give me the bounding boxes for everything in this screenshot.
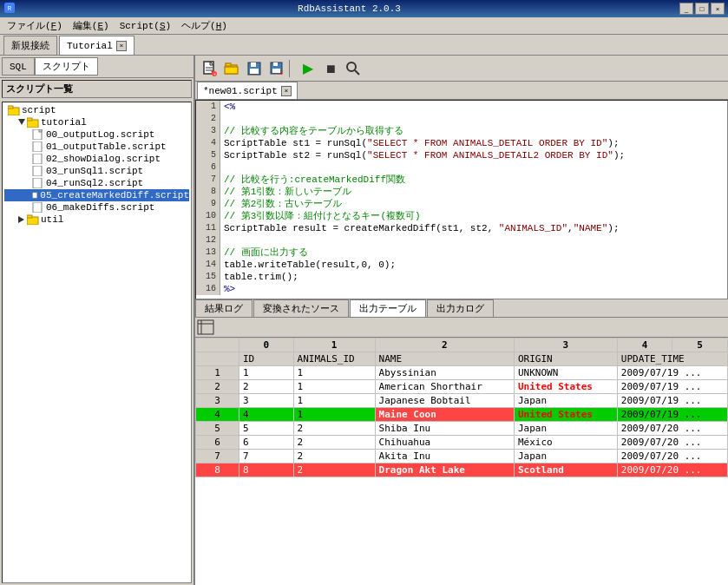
code-line-13: 13 // 画面に出力する bbox=[196, 246, 727, 259]
script-tab-bar: *new01.script × bbox=[195, 82, 728, 100]
tree-item-0[interactable]: 00_outputLog.script bbox=[4, 128, 189, 141]
new-button[interactable]: + bbox=[199, 58, 220, 79]
code-line-11: 11 ScriptTable result = createMarkedDiff… bbox=[196, 222, 727, 234]
tab-results-log[interactable]: 結果ログ bbox=[195, 299, 253, 317]
saveas-button[interactable]: + bbox=[266, 58, 287, 79]
file-04: 04_runSql2.script bbox=[46, 178, 143, 188]
run-button[interactable]: ▶ bbox=[298, 58, 318, 79]
table-row: 8 8 2 Dragon Akt Lake Scotland 2009/07/2… bbox=[196, 463, 728, 477]
menu-file[interactable]: ファイル(F) bbox=[2, 17, 68, 34]
right-panel: + + ▶ ⏹ *new01.script × bbox=[195, 56, 728, 585]
tree-item-5[interactable]: 05_createMarkedDiff.script bbox=[4, 189, 189, 201]
menu-help[interactable]: ヘルプ(H) bbox=[176, 17, 233, 34]
code-line-1: 1 <% bbox=[196, 101, 727, 113]
window-controls[interactable]: _ □ × bbox=[679, 3, 725, 15]
tree-item-4[interactable]: 04_runSql2.script bbox=[4, 177, 189, 189]
open-button[interactable] bbox=[221, 58, 242, 79]
file-icon bbox=[32, 190, 38, 200]
col-2: 2 bbox=[375, 339, 514, 352]
saveas-icon: + bbox=[269, 61, 285, 76]
script-tree: script tutorial 00_outputLog.script 01_o… bbox=[2, 102, 192, 583]
col-row-num bbox=[196, 339, 239, 352]
col-3: 3 bbox=[514, 339, 617, 352]
code-line-15: 15 table.trim(); bbox=[196, 271, 727, 283]
save-button[interactable] bbox=[244, 58, 265, 79]
svg-text:R: R bbox=[8, 4, 12, 12]
code-line-2: 2 bbox=[196, 113, 727, 125]
file-icon bbox=[32, 166, 44, 176]
tab-new-connection[interactable]: 新規接続 bbox=[3, 36, 57, 55]
script-tab-close[interactable]: × bbox=[281, 86, 292, 96]
svg-rect-14 bbox=[33, 193, 37, 198]
script-tab-label: *new01.script bbox=[203, 86, 278, 96]
collapse-icon bbox=[18, 216, 25, 223]
svg-line-36 bbox=[355, 70, 359, 75]
file-icon bbox=[32, 178, 44, 188]
svg-marker-4 bbox=[18, 119, 25, 125]
tree-item-6[interactable]: 06_makeDiffs.script bbox=[4, 201, 189, 214]
menu-edit[interactable]: 編集(E) bbox=[68, 17, 115, 34]
tab-tutorial-close[interactable]: × bbox=[116, 41, 127, 51]
svg-rect-6 bbox=[27, 118, 32, 121]
code-line-7: 7 // 比較を行う:createMarkedDiff関数 bbox=[196, 174, 727, 186]
bottom-tabs: 結果ログ 変換されたソース 出力テーブル 出力カログ bbox=[195, 299, 728, 318]
svg-rect-10 bbox=[33, 141, 42, 152]
app-icon: R bbox=[3, 2, 16, 16]
table-toolbar bbox=[195, 318, 728, 338]
new-icon: + bbox=[201, 61, 217, 76]
tree-item-3[interactable]: 03_runSql1.script bbox=[4, 165, 189, 177]
svg-rect-18 bbox=[27, 215, 32, 218]
svg-rect-30 bbox=[250, 69, 259, 74]
stop-button[interactable]: ⏹ bbox=[320, 58, 341, 79]
table-row: 3 3 1 Japanese Bobtail Japan 2009/07/19 … bbox=[196, 394, 728, 408]
main-tabbar: 新規接続 Tutorial × bbox=[0, 35, 728, 56]
tab-output-catalog[interactable]: 出力カログ bbox=[427, 299, 494, 317]
tree-item-2[interactable]: 02_showDialog.script bbox=[4, 153, 189, 165]
tab-converted-source[interactable]: 変換されたソース bbox=[253, 299, 349, 317]
file-00: 00_outputLog.script bbox=[46, 129, 154, 140]
script-tab-new01[interactable]: *new01.script × bbox=[197, 82, 298, 99]
tree-root-script[interactable]: script bbox=[4, 104, 189, 116]
svg-rect-3 bbox=[8, 106, 13, 108]
code-line-16: 16 %> bbox=[196, 283, 727, 295]
script-tab-button[interactable]: スクリプト bbox=[35, 57, 98, 76]
file-03: 03_runSql1.script bbox=[46, 166, 143, 176]
expand-icon bbox=[18, 119, 25, 126]
col-0: 0 bbox=[239, 339, 294, 352]
menu-script[interactable]: Script(S) bbox=[115, 19, 176, 33]
svg-rect-9 bbox=[39, 129, 42, 132]
close-button[interactable]: × bbox=[711, 3, 725, 15]
table-row: 1 1 1 Abyssinian UNKNOWN 2009/07/19 ... bbox=[196, 366, 728, 380]
toolbar: + + ▶ ⏹ bbox=[195, 56, 728, 82]
table-row: 5 5 2 Shiba Inu Japan 2009/07/20 ... bbox=[196, 422, 728, 436]
code-line-10: 10 // 第3引数以降：組付けとなるキー(複数可) bbox=[196, 210, 727, 222]
left-tab-buttons: SQL スクリプト bbox=[0, 56, 193, 78]
minimize-button[interactable]: _ bbox=[679, 3, 693, 15]
file-icon bbox=[32, 202, 44, 213]
tab-output-table[interactable]: 出力テーブル bbox=[350, 299, 426, 317]
table-row: 2 2 1 American Shorthair United States 2… bbox=[196, 380, 728, 394]
col-5: 5 bbox=[672, 339, 728, 352]
col-1: 1 bbox=[293, 339, 375, 352]
sql-tab-button[interactable]: SQL bbox=[2, 57, 35, 76]
tab-tutorial[interactable]: Tutorial × bbox=[59, 36, 134, 55]
folder-icon bbox=[8, 105, 20, 115]
menubar: ファイル(F) 編集(E) Script(S) ヘルプ(H) bbox=[0, 17, 728, 35]
find-button[interactable] bbox=[343, 58, 364, 79]
code-line-14: 14 table.writeTable(result,0, 0); bbox=[196, 259, 727, 271]
table-row: ID ANIMALS_ID NAME ORIGIN UPDATE_TIME bbox=[196, 352, 728, 366]
tab-tutorial-label: Tutorial bbox=[67, 41, 113, 51]
col-4: 4 bbox=[617, 339, 672, 352]
toolbar-separator bbox=[289, 60, 296, 77]
tree-folder-tutorial[interactable]: tutorial bbox=[4, 116, 189, 128]
code-editor[interactable]: 1 <% 2 3 // 比較する内容をテーブルから取得する 4 ScriptTa… bbox=[195, 100, 728, 299]
svg-rect-37 bbox=[198, 320, 213, 334]
maximize-button[interactable]: □ bbox=[695, 3, 709, 15]
tree-item-1[interactable]: 01_outputTable.script bbox=[4, 141, 189, 153]
file-01: 01_outputTable.script bbox=[46, 141, 167, 152]
tree-folder-util[interactable]: util bbox=[4, 214, 189, 226]
data-table-area[interactable]: 0 1 2 3 4 5 ID ANIMALS_ID bbox=[195, 338, 728, 585]
tree-folder-tutorial-label: tutorial bbox=[41, 117, 87, 128]
code-line-9: 9 // 第2引数：古いテーブル bbox=[196, 198, 727, 210]
svg-text:+: + bbox=[279, 70, 283, 76]
